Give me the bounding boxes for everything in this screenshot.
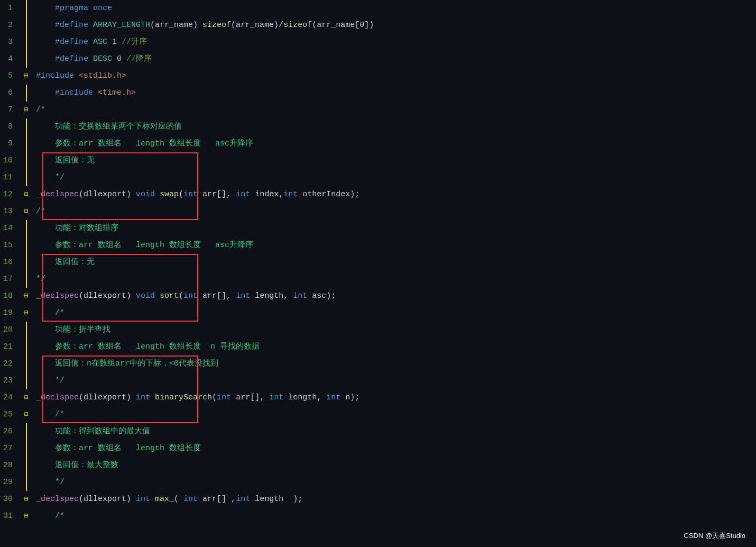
code-token: sizeof xyxy=(202,21,231,30)
code-line: 27 参数：arr 数组名 length 数组长度 xyxy=(0,440,756,457)
vertical-bar xyxy=(26,440,27,457)
line-number: 27 xyxy=(0,440,21,457)
vertical-bar xyxy=(26,474,27,491)
vertical-bar xyxy=(26,339,27,355)
code-token: 功能：得到数组中的最大值 xyxy=(55,427,150,436)
code-line: 30⊟_declspec(dllexport) int max_( int ar… xyxy=(0,491,756,508)
code-content: 返回值：最大整数 xyxy=(32,457,756,474)
code-token: length ); xyxy=(255,495,302,504)
code-token: //升序 xyxy=(122,38,147,47)
line-number: 25 xyxy=(0,406,21,423)
code-token: _declspec xyxy=(36,495,79,504)
fold-button[interactable]: ⊟ xyxy=(21,508,32,525)
code-token: 功能：对数组排序 xyxy=(55,224,118,233)
code-token: int xyxy=(136,495,155,504)
code-line: 20 功能：折半查找 xyxy=(0,322,756,339)
line-number: 23 xyxy=(0,372,21,389)
code-content: 功能：对数组排序 xyxy=(32,220,756,237)
line-number: 28 xyxy=(0,457,21,474)
fold-button[interactable]: ⊟ xyxy=(21,389,32,406)
line-number: 9 xyxy=(0,135,21,152)
line-number: 24 xyxy=(0,389,21,406)
code-token: /* xyxy=(36,105,45,114)
code-content: 功能：折半查找 xyxy=(32,322,756,339)
code-content: 返回值：无 xyxy=(32,254,756,271)
code-line: 1 #pragma once xyxy=(0,0,756,17)
fold-button[interactable]: ⊟ xyxy=(21,305,32,322)
code-token: (dllexport) xyxy=(79,393,136,402)
vertical-bar xyxy=(26,423,27,440)
code-content: _declspec(dllexport) void sort(int arr[]… xyxy=(32,288,756,305)
vertical-bar xyxy=(26,17,27,34)
vertical-bar xyxy=(26,152,27,169)
code-token: 返回值：n在数组arr中的下标，<0代表没找到 xyxy=(55,359,218,368)
fold-button[interactable]: ⊟ xyxy=(21,406,32,423)
code-token: (dllexport) xyxy=(79,291,136,300)
code-token: #pragma once xyxy=(55,4,112,13)
code-content: 参数：arr 数组名 length 数组长度 asc升降序 xyxy=(32,237,756,254)
code-token: /* xyxy=(55,308,64,317)
vertical-bar xyxy=(26,271,27,288)
code-token: (arr_name) xyxy=(150,21,202,30)
code-content: #define ARRAY_LENGTH(arr_name) sizeof(ar… xyxy=(32,17,756,34)
code-token: /* xyxy=(55,410,64,419)
code-token: 参数：arr 数组名 length 数组长度 n 寻找的数据 xyxy=(55,342,260,351)
code-token: ASC xyxy=(93,38,107,47)
code-token: */ xyxy=(55,173,64,182)
fold-button[interactable]: ⊟ xyxy=(21,186,32,203)
vertical-bar xyxy=(26,322,27,339)
code-line: 29 */ xyxy=(0,474,756,491)
code-line: 28 返回值：最大整数 xyxy=(0,457,756,474)
code-line: 21 参数：arr 数组名 length 数组长度 n 寻找的数据 xyxy=(0,339,756,355)
code-token: void xyxy=(136,291,160,300)
code-content: #include <time.h> xyxy=(32,85,756,102)
code-token: _declspec xyxy=(36,393,79,402)
code-token: length, xyxy=(255,291,293,300)
code-line: 7⊟/* xyxy=(0,102,756,118)
code-content: /* xyxy=(32,102,756,118)
code-token: #include xyxy=(55,88,98,97)
code-token: 0 xyxy=(112,54,126,63)
line-number: 17 xyxy=(0,271,21,288)
code-token: */ xyxy=(55,376,64,385)
line-number: 10 xyxy=(0,152,21,169)
code-content: 返回值：无 xyxy=(32,152,756,169)
line-number: 29 xyxy=(0,474,21,491)
code-token: <stdlib.h> xyxy=(79,71,126,80)
line-number: 22 xyxy=(0,355,21,372)
code-content: */ xyxy=(32,372,756,389)
line-number: 14 xyxy=(0,220,21,237)
code-token: int xyxy=(283,190,302,199)
line-number: 15 xyxy=(0,237,21,254)
fold-button[interactable]: ⊟ xyxy=(21,68,32,85)
code-token: int xyxy=(183,291,202,300)
code-token: 返回值：无 xyxy=(55,258,95,267)
code-token: int xyxy=(183,495,202,504)
code-content: #define DESC 0 //降序 xyxy=(32,51,756,68)
code-token: (arr_name[0]) xyxy=(312,21,374,30)
code-line: 4 #define DESC 0 //降序 xyxy=(0,51,756,68)
code-token: sort xyxy=(160,291,179,300)
fold-button[interactable]: ⊟ xyxy=(21,491,32,508)
code-token: #include xyxy=(36,71,79,80)
code-token: int xyxy=(136,393,155,402)
code-token: int xyxy=(236,190,255,199)
fold-button[interactable]: ⊟ xyxy=(21,203,32,220)
code-content: /* xyxy=(32,508,756,525)
code-token: int xyxy=(236,495,255,504)
code-content: /* xyxy=(32,203,756,220)
code-token: sizeof xyxy=(283,21,312,30)
vertical-bar xyxy=(26,457,27,474)
code-token: int xyxy=(183,190,202,199)
fold-button[interactable]: ⊟ xyxy=(21,288,32,305)
code-token: */ xyxy=(36,275,45,284)
vertical-bar xyxy=(26,51,27,68)
code-token: ( xyxy=(174,495,183,504)
code-token: (arr_name)/ xyxy=(231,21,283,30)
watermark: CSDN @天喜Studio xyxy=(684,531,745,541)
code-token: _declspec xyxy=(36,291,79,300)
code-content: */ xyxy=(32,271,756,288)
fold-button[interactable]: ⊟ xyxy=(21,102,32,118)
code-token: arr[], xyxy=(202,291,236,300)
code-line: 5⊟#include <stdlib.h> xyxy=(0,68,756,85)
